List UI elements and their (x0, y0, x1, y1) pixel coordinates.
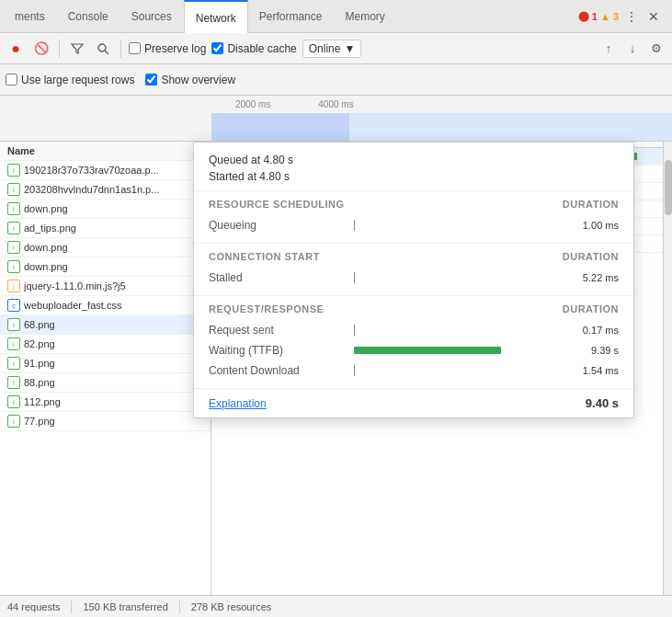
toolbar-right: ↑ ↓ ⚙ (598, 39, 666, 59)
file-name: ad_tips.png (24, 223, 203, 234)
row-bar (354, 347, 547, 354)
resources-size: 278 KB resources (191, 601, 271, 612)
more-tabs-button[interactable]: ⋮ (622, 7, 641, 26)
tab-memory[interactable]: Memory (334, 0, 396, 33)
row-bar (354, 326, 547, 334)
list-item[interactable]: j jquery-1.11.0.min.js?j5 (0, 277, 211, 296)
status-divider-2 (179, 600, 180, 613)
file-type-icon: i (7, 222, 20, 234)
list-item[interactable]: i 190218r37o733rav70zoaa.p... (0, 161, 211, 180)
file-name: 190218r37o733rav70zoaa.p... (24, 165, 203, 176)
chevron-down-icon: ▼ (344, 42, 355, 55)
record-button[interactable]: ● (6, 39, 26, 59)
scrollbar-thumb[interactable] (665, 160, 672, 215)
timeline-bar: 2000 ms 4000 ms (0, 96, 672, 142)
file-name: 91.png (24, 358, 203, 369)
row-label: Stalled (209, 271, 347, 284)
tab-network[interactable]: Network (184, 0, 248, 33)
disable-cache-checkbox[interactable] (211, 42, 223, 54)
large-rows-checkbox[interactable] (6, 74, 17, 86)
preserve-log-checkbox[interactable] (129, 42, 141, 54)
svg-point-0 (98, 44, 106, 51)
resource-scheduling-section: Resource Scheduling DURATION Queueing 1.… (194, 191, 633, 244)
requests-count: 44 requests (7, 601, 60, 612)
list-item-active[interactable]: i 68.png (0, 315, 211, 335)
timing-row-queueing: Queueing 1.00 ms (209, 215, 619, 235)
vertical-scrollbar[interactable] (663, 142, 672, 595)
popup-header: Queued at 4.80 s Started at 4.80 s (194, 143, 633, 191)
row-value: 5.22 ms (554, 272, 619, 283)
file-type-icon: i (7, 415, 20, 428)
throttle-select[interactable]: Online ▼ (302, 40, 362, 58)
timeline-label-2000: 2000 ms (211, 99, 294, 109)
tab-elements[interactable]: ments (4, 0, 57, 33)
connection-start-section: Connection Start DURATION Stalled 5.22 m… (194, 244, 633, 296)
close-devtools-button[interactable]: ✕ (644, 7, 663, 26)
row-value: 1.00 ms (554, 220, 619, 231)
clear-button[interactable]: 🚫 (31, 39, 51, 59)
timeline-label-4000: 4000 ms (294, 99, 377, 109)
list-item[interactable]: i down.png (0, 257, 211, 277)
separator-1 (59, 40, 60, 58)
popup-footer: Explanation 9.40 s (194, 389, 633, 417)
list-item[interactable]: i down.png (0, 200, 211, 219)
search-button[interactable] (93, 39, 113, 59)
preserve-log-label[interactable]: Preserve log (129, 42, 206, 55)
main-content: Name i 190218r37o733rav70zoaa.p... i 203… (0, 142, 672, 595)
list-item[interactable]: c webuploader_fast.css (0, 296, 211, 315)
timeline-label-extra (378, 99, 461, 109)
file-type-icon: i (7, 337, 20, 350)
list-item[interactable]: i 112.png (0, 393, 211, 412)
total-time: 9.40 s (586, 396, 619, 410)
file-type-icon: i (7, 164, 20, 177)
file-name: webuploader_fast.css (24, 300, 203, 311)
file-type-icon: i (7, 357, 20, 370)
section-title-connection: Connection Start DURATION (209, 251, 619, 262)
file-name: 82.png (24, 338, 203, 349)
list-item[interactable]: i 91.png (0, 354, 211, 373)
tab-performance[interactable]: Performance (248, 0, 335, 33)
filter-icon (71, 42, 84, 55)
row-label: Content Download (209, 364, 347, 377)
file-type-icon: j (7, 280, 20, 292)
error-badge: ⬤ 1 ▲ 3 (578, 10, 619, 22)
timing-row-ttfb: Waiting (TTFB) 9.39 s (209, 340, 619, 360)
request-response-section: Request/Response DURATION Request sent 0… (194, 296, 633, 389)
tab-bar: ments Console Sources Network Performanc… (0, 0, 672, 33)
list-item[interactable]: i 82.png (0, 335, 211, 354)
show-overview-option[interactable]: Show overview (145, 74, 235, 86)
section-title-request: Request/Response DURATION (209, 303, 619, 314)
timeline-labels: 2000 ms 4000 ms (0, 99, 672, 109)
settings-button[interactable]: ⚙ (646, 39, 666, 59)
network-toolbar: ● 🚫 Preserve log Disable cache Online ▼ … (0, 33, 672, 64)
file-type-icon: i (7, 241, 20, 254)
filter-button[interactable] (67, 39, 87, 59)
file-type-icon: i (7, 395, 20, 408)
row-value: 0.17 ms (554, 325, 619, 336)
bar-tick-icon (354, 365, 355, 376)
options-row: Use large request rows Show overview (0, 64, 672, 96)
ttfb-bar (354, 347, 501, 354)
tab-console[interactable]: Console (57, 0, 120, 33)
list-item[interactable]: i 77.png (0, 412, 211, 431)
file-list-header: Name (0, 142, 211, 161)
file-name: 112.png (24, 396, 203, 407)
list-item[interactable]: i 203208hvvlndu7dnn1as1n.p... (0, 180, 211, 200)
tab-sources[interactable]: Sources (120, 0, 184, 33)
list-item[interactable]: i ad_tips.png (0, 219, 211, 238)
disable-cache-label[interactable]: Disable cache (211, 42, 296, 55)
list-item[interactable]: i down.png (0, 238, 211, 257)
timing-row-stalled: Stalled 5.22 ms (209, 268, 619, 288)
bar-tick-icon (354, 325, 355, 336)
import-har-button[interactable]: ↑ (598, 39, 619, 59)
row-value: 9.39 s (554, 345, 619, 356)
row-label: Waiting (TTFB) (209, 344, 347, 357)
status-bar: 44 requests 150 KB transferred 278 KB re… (0, 595, 672, 617)
explanation-link[interactable]: Explanation (209, 397, 267, 410)
show-overview-checkbox[interactable] (145, 74, 157, 86)
bar-tick-icon (354, 272, 355, 283)
list-item[interactable]: i 88.png (0, 373, 211, 393)
svg-line-1 (105, 51, 108, 54)
large-rows-option[interactable]: Use large request rows (6, 74, 134, 86)
export-har-button[interactable]: ↓ (622, 39, 643, 59)
